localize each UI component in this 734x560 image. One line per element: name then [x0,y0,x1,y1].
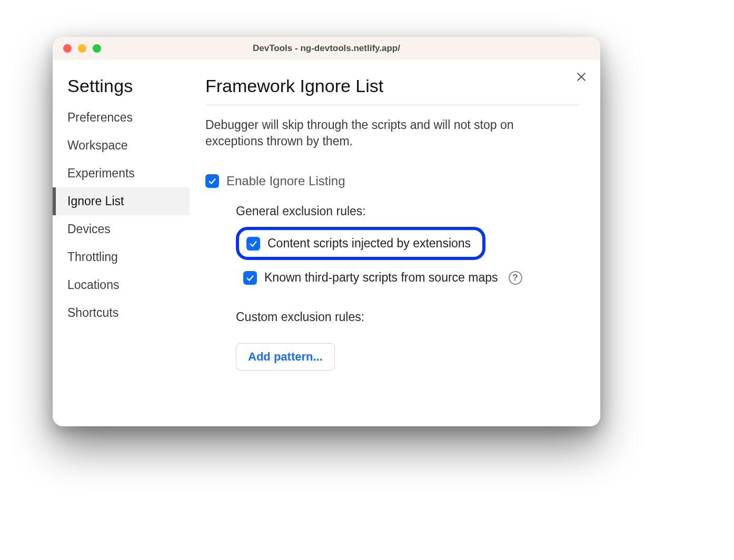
sidebar-item-label: Workspace [67,138,128,152]
sidebar-item-label: Preferences [67,111,133,124]
sidebar-item-label: Locations [67,278,119,292]
sidebar-item-devices[interactable]: Devices [53,215,190,243]
window-zoom-button[interactable] [93,44,101,53]
sidebar-item-preferences[interactable]: Preferences [53,104,190,132]
window-close-button[interactable] [63,44,72,53]
sidebar-item-locations[interactable]: Locations [53,271,190,299]
sidebar-item-label: Shortcuts [67,306,118,319]
enable-ignore-listing-label: Enable Ignore Listing [226,174,345,188]
sidebar-item-label: Throttling [67,250,118,264]
custom-exclusion-heading: Custom exclusion rules: [236,310,579,324]
help-icon[interactable]: ? [509,271,522,285]
content-scripts-label: Content scripts injected by extensions [267,236,471,251]
window-title: DevTools - ng-devtools.netlify.app/ [53,43,600,54]
close-icon[interactable] [574,69,589,84]
sidebar-title: Settings [53,76,190,104]
sidebar-item-workspace[interactable]: Workspace [53,132,190,159]
general-exclusion-heading: General exclusion rules: [236,204,579,218]
enable-ignore-listing-checkbox[interactable] [205,174,219,188]
third-party-label: Known third-party scripts from source ma… [264,271,498,285]
window-minimize-button[interactable] [78,44,86,53]
page-description: Debugger will skip through the scripts a… [205,117,574,149]
content-scripts-checkbox[interactable] [246,237,260,251]
sidebar-item-ignore-list[interactable]: Ignore List [53,187,190,215]
enable-ignore-listing-row: Enable Ignore Listing [205,174,579,188]
settings-window: DevTools - ng-devtools.netlify.app/ Sett… [53,37,600,426]
sidebar-item-shortcuts[interactable]: Shortcuts [53,299,190,327]
sidebar-item-label: Experiments [67,166,135,180]
traffic-lights [53,44,101,53]
sidebar-item-label: Ignore List [67,194,124,208]
add-pattern-button[interactable]: Add pattern... [236,343,335,371]
custom-exclusion-section: Custom exclusion rules: Add pattern... [236,310,579,371]
titlebar: DevTools - ng-devtools.netlify.app/ [53,37,600,60]
general-exclusion-section: General exclusion rules: Content scripts… [236,204,579,285]
settings-sidebar: Settings PreferencesWorkspaceExperiments… [53,60,190,426]
sidebar-item-experiments[interactable]: Experiments [53,159,190,187]
settings-body: Settings PreferencesWorkspaceExperiments… [53,60,600,426]
settings-main: Framework Ignore List Debugger will skip… [190,60,600,426]
page-title: Framework Ignore List [205,76,579,105]
sidebar-item-throttling[interactable]: Throttling [53,243,190,271]
third-party-option-row: Known third-party scripts from source ma… [236,271,579,285]
sidebar-item-label: Devices [67,222,111,236]
content-scripts-option-highlight: Content scripts injected by extensions [236,227,485,260]
third-party-checkbox[interactable] [243,271,257,285]
